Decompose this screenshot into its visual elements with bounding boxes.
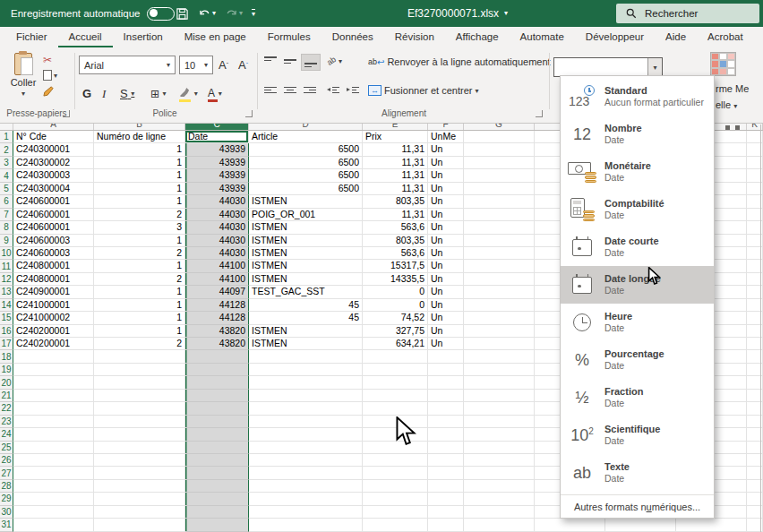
cell-E10[interactable]: 563,6 bbox=[363, 247, 428, 260]
font-color-button[interactable]: A ▾ bbox=[208, 84, 222, 103]
cell-D6[interactable]: ISTMEN bbox=[249, 195, 363, 208]
cell-H31[interactable] bbox=[535, 519, 605, 531]
autosave-toggle[interactable] bbox=[147, 7, 175, 21]
save-button[interactable] bbox=[176, 7, 189, 21]
row-header-17[interactable]: 17 bbox=[0, 338, 13, 350]
font-name-combobox[interactable]: Arial ▾ bbox=[79, 56, 176, 74]
cell-F3[interactable]: Un bbox=[428, 157, 464, 169]
search-box[interactable]: Rechercher bbox=[616, 4, 759, 23]
fill-color-button[interactable]: ▾ bbox=[179, 84, 198, 103]
clipboard-dialog-launcher-icon[interactable] bbox=[63, 110, 70, 117]
increase-indent-button[interactable] bbox=[344, 82, 362, 98]
cell-D12[interactable]: ISTMEN bbox=[249, 273, 363, 286]
cell-F14[interactable]: Un bbox=[428, 299, 464, 312]
paste-button[interactable]: Coller ▾ bbox=[5, 53, 41, 105]
cell-F5[interactable]: Un bbox=[428, 183, 464, 195]
align-right-button[interactable] bbox=[301, 82, 319, 98]
row-header-25[interactable]: 25 bbox=[0, 442, 13, 454]
number-format-combobox[interactable]: ▾ bbox=[553, 57, 663, 77]
row-header-21[interactable]: 21 bbox=[0, 390, 13, 402]
cell-A6[interactable]: C240600001 bbox=[13, 195, 94, 208]
cell-C23[interactable] bbox=[185, 416, 249, 428]
align-bottom-button[interactable] bbox=[301, 54, 321, 71]
cell-C24[interactable] bbox=[185, 428, 249, 441]
cell-C22[interactable] bbox=[185, 402, 249, 415]
cell-C18[interactable] bbox=[185, 350, 249, 363]
cell-B12[interactable]: 2 bbox=[94, 273, 185, 286]
cell-C7[interactable]: 44030 bbox=[185, 209, 249, 221]
cell-F1[interactable]: UnMe bbox=[428, 131, 464, 143]
cell-D13[interactable]: TEST_GAC_SST bbox=[249, 286, 363, 298]
tab-formules[interactable]: Formules bbox=[257, 27, 321, 47]
column-header-D[interactable]: D bbox=[249, 124, 363, 130]
cell-G24[interactable] bbox=[464, 428, 535, 441]
cell-D30[interactable] bbox=[249, 506, 363, 519]
cell-F17[interactable]: Un bbox=[428, 338, 464, 350]
cell-B23[interactable] bbox=[94, 416, 185, 428]
cell-A29[interactable] bbox=[13, 493, 94, 505]
cell-D16[interactable]: ISTMEN bbox=[249, 325, 363, 338]
cell-E13[interactable]: 0 bbox=[363, 286, 428, 298]
cell-F18[interactable] bbox=[428, 350, 464, 363]
tab-aide[interactable]: Aide bbox=[655, 27, 697, 47]
cell-C19[interactable] bbox=[185, 364, 249, 376]
cell-A20[interactable] bbox=[13, 376, 94, 389]
cell-I31[interactable] bbox=[605, 519, 676, 531]
cell-F8[interactable]: Un bbox=[428, 221, 464, 234]
cell-D1[interactable]: Article bbox=[249, 131, 363, 143]
cell-E22[interactable] bbox=[363, 402, 428, 415]
cell-G27[interactable] bbox=[464, 467, 535, 479]
cell-D7[interactable]: POIG_OR_001 bbox=[249, 209, 363, 221]
cell-A8[interactable]: C240600001 bbox=[13, 221, 94, 234]
row-header-11[interactable]: 11 bbox=[0, 260, 13, 272]
cell-C27[interactable] bbox=[185, 467, 249, 479]
cell-G9[interactable] bbox=[464, 235, 535, 247]
merge-center-button[interactable]: ↔ Fusionner et centrer ▾ bbox=[365, 82, 481, 99]
cell-D3[interactable]: 6500 bbox=[249, 157, 363, 169]
cell-G21[interactable] bbox=[464, 390, 535, 402]
cell-B25[interactable] bbox=[94, 442, 185, 454]
format-menu-item-fraction[interactable]: ½FractionDate bbox=[561, 379, 714, 416]
cell-B21[interactable] bbox=[94, 390, 185, 402]
tab-mise-en-page[interactable]: Mise en page bbox=[174, 27, 257, 47]
cell-A30[interactable] bbox=[13, 506, 94, 519]
cell-D24[interactable] bbox=[249, 428, 363, 441]
cell-F30[interactable] bbox=[428, 506, 464, 519]
row-header-3[interactable]: 3 bbox=[0, 157, 13, 169]
row-header-2[interactable]: 2 bbox=[0, 143, 13, 156]
cell-G18[interactable] bbox=[464, 350, 535, 363]
cell-F20[interactable] bbox=[428, 376, 464, 389]
cell-C15[interactable]: 44128 bbox=[185, 312, 249, 324]
column-header-F[interactable]: F bbox=[428, 124, 464, 130]
cell-B17[interactable]: 2 bbox=[94, 338, 185, 350]
row-header-31[interactable]: 31 bbox=[0, 519, 13, 531]
cell-E15[interactable]: 74,52 bbox=[363, 312, 428, 324]
cell-B4[interactable]: 1 bbox=[94, 169, 185, 182]
row-header-16[interactable]: 16 bbox=[0, 325, 13, 338]
cell-G13[interactable] bbox=[464, 286, 535, 298]
cell-C5[interactable]: 43939 bbox=[185, 183, 249, 195]
cell-C11[interactable]: 44100 bbox=[185, 260, 249, 272]
cell-D25[interactable] bbox=[249, 442, 363, 454]
cell-C13[interactable]: 44097 bbox=[185, 286, 249, 298]
format-menu-item-comptabilite[interactable]: ComptabilitéDate bbox=[561, 191, 714, 228]
cell-C8[interactable]: 44030 bbox=[185, 221, 249, 234]
chevron-down-icon[interactable]: ▾ bbox=[647, 58, 662, 76]
orientation-button[interactable]: ab▾ bbox=[324, 54, 345, 68]
cell-G31[interactable] bbox=[464, 519, 535, 531]
cell-C20[interactable] bbox=[185, 376, 249, 389]
shrink-font-button[interactable]: Aˇ bbox=[238, 56, 248, 74]
cell-F24[interactable] bbox=[428, 428, 464, 441]
cell-G7[interactable] bbox=[464, 209, 535, 221]
cell-A5[interactable]: C240300004 bbox=[13, 183, 94, 195]
tab-fichier[interactable]: Fichier bbox=[5, 27, 58, 47]
format-menu-item-nombre[interactable]: 12NombreDate bbox=[561, 116, 714, 153]
cell-G26[interactable] bbox=[464, 454, 535, 467]
row-header-6[interactable]: 6 bbox=[0, 195, 13, 208]
redo-button[interactable]: ▾ bbox=[225, 7, 243, 20]
row-header-14[interactable]: 14 bbox=[0, 299, 13, 312]
cell-D20[interactable] bbox=[249, 376, 363, 389]
cell-C4[interactable]: 43939 bbox=[185, 169, 249, 182]
select-all-corner[interactable] bbox=[0, 124, 13, 130]
cell-B24[interactable] bbox=[94, 428, 185, 441]
